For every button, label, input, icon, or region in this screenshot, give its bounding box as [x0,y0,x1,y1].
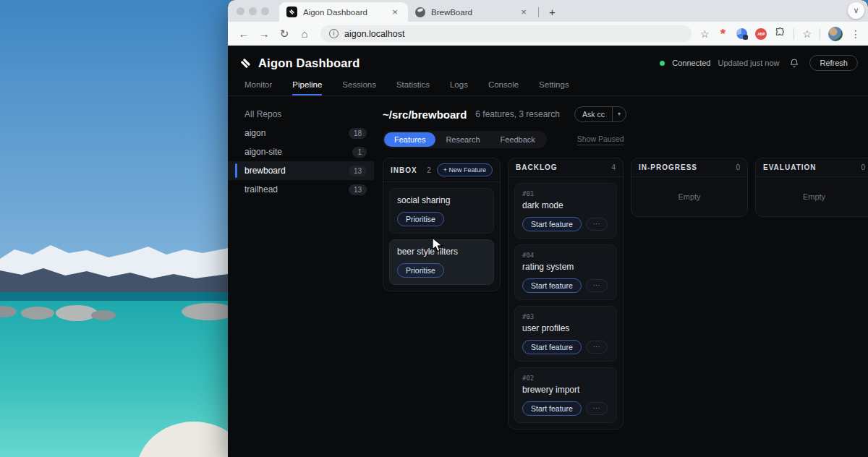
show-paused-toggle[interactable]: Show Paused [577,134,624,145]
card-social-sharing[interactable]: social sharing Prioritise [389,188,494,234]
nav-settings[interactable]: Settings [539,80,569,95]
tab-separator [538,7,539,17]
repo-header: ~/src/brewboard 6 features, 3 research A… [383,106,868,123]
address-bar[interactable]: i aigon.localhost [320,25,692,42]
reload-icon[interactable]: ↻ [276,27,293,40]
start-feature-button[interactable]: Start feature [522,278,582,293]
refresh-button[interactable]: Refresh [809,55,858,71]
tab-brewboard[interactable]: BrewBoard × [408,2,537,22]
tab-close-icon[interactable]: × [518,7,529,18]
sidebar-item-aigon[interactable]: aigon 18 [228,124,374,142]
column-header: EVALUATION 0 [756,158,868,177]
card-dark-mode[interactable]: #01 dark mode Start feature ··· [514,183,617,239]
column-evaluation: EVALUATION 0 Empty [755,158,868,217]
card-title: rating system [522,262,609,272]
sidebar-item-all-repos[interactable]: All Repos [228,105,374,124]
repo-count-badge: 13 [349,166,367,176]
toolbar-separator [820,28,820,40]
nav-statistics[interactable]: Statistics [396,80,430,95]
mouse-cursor [431,237,443,254]
kanban-board: INBOX 2 + New Feature social sharing Pri… [383,158,868,430]
card-brewery-import[interactable]: #02 brewery import Start feature ··· [514,367,617,423]
url-text: aigon.localhost [344,29,404,39]
empty-placeholder: Empty [756,177,868,216]
nav-sessions[interactable]: Sessions [342,80,376,95]
card-title: dark mode [522,200,609,210]
minimize-window-button[interactable] [249,7,257,15]
tab-feedback[interactable]: Feedback [490,132,545,147]
tab-title: Aigon Dashboard [303,8,383,17]
browser-menu-icon[interactable]: ⋮ [851,28,861,40]
nav-console[interactable]: Console [488,80,519,95]
ask-cc-caret-icon[interactable]: ▾ [612,107,626,121]
back-icon[interactable]: ← [235,27,252,40]
adblock-extension-icon[interactable]: ABP [755,28,767,40]
column-title: IN-PROGRESS [639,163,697,171]
sparkle-star-icon[interactable]: ☆ [802,28,812,40]
tab-close-icon[interactable]: × [389,7,401,18]
card-more-icon[interactable]: ··· [586,218,608,231]
card-rating-system[interactable]: #04 rating system Start feature ··· [514,244,617,300]
app-content: Aigon Dashboard Connected Updated just n… [228,46,868,457]
bookmark-star-icon[interactable]: ☆ [700,28,710,40]
desktop: Aigon Dashboard × BrewBoard × + ∨ ← → ↻ … [0,0,868,457]
column-count: 0 [736,163,740,171]
aigon-favicon [286,7,297,17]
tab-aigon-dashboard[interactable]: Aigon Dashboard × [279,2,408,22]
card-title: brewery import [522,385,609,395]
column-title: EVALUATION [763,163,817,171]
sidebar-item-trailhead[interactable]: trailhead 13 [228,180,374,199]
new-tab-button[interactable]: + [543,6,561,18]
site-info-icon[interactable]: i [329,29,339,38]
repo-path: ~/src/brewboard [383,108,467,121]
extension-burst-icon[interactable]: * [717,30,728,38]
extensions-puzzle-icon[interactable] [775,27,786,40]
browser-toolbar: ← → ↻ ⌂ i aigon.localhost ☆ * ABP ☆ [228,22,868,46]
bell-icon[interactable] [789,58,799,69]
card-title: social sharing [397,195,486,205]
card-more-icon[interactable]: ··· [586,279,608,292]
sidebar-item-aigon-site[interactable]: aigon-site 1 [228,142,374,161]
tab-features[interactable]: Features [384,132,435,147]
column-title: BACKLOG [516,163,558,171]
start-feature-button[interactable]: Start feature [522,217,582,231]
start-feature-button[interactable]: Start feature [522,340,582,354]
home-icon[interactable]: ⌂ [296,27,313,40]
profile-avatar[interactable] [828,27,843,41]
card-user-profiles[interactable]: #03 user profiles Start feature ··· [514,306,617,362]
nav-pipeline[interactable]: Pipeline [292,80,322,95]
card-title: user profiles [522,323,609,333]
app-header: Aigon Dashboard Connected Updated just n… [228,46,868,80]
aigon-logo-icon [239,57,252,69]
start-feature-button[interactable]: Start feature [522,401,582,416]
main-nav: Monitor Pipeline Sessions Statistics Log… [228,80,868,96]
updated-label: Updated just now [718,59,779,67]
card-id: #03 [522,313,609,320]
sidebar-item-brewboard[interactable]: brewboard 13 [228,161,374,180]
tab-research[interactable]: Research [435,132,490,147]
close-window-button[interactable] [237,7,244,15]
prioritise-button[interactable]: Prioritise [397,263,444,278]
new-feature-button[interactable]: + New Feature [437,163,493,176]
card-more-icon[interactable]: ··· [586,402,608,415]
card-id: #04 [522,252,609,259]
nav-monitor[interactable]: Monitor [244,80,272,95]
tab-strip: Aigon Dashboard × BrewBoard × + ∨ [228,0,868,22]
extension-privacy-icon[interactable] [736,28,747,39]
card-id: #02 [522,375,609,382]
toolbar-separator [793,28,794,40]
window-chevron-button[interactable]: ∨ [848,2,864,19]
ask-cc-button[interactable]: Ask cc [575,107,612,121]
zoom-window-button[interactable] [261,7,269,15]
column-inbox: INBOX 2 + New Feature social sharing Pri… [383,158,501,291]
empty-placeholder: Empty [631,177,747,216]
card-more-icon[interactable]: ··· [586,341,608,354]
column-header: BACKLOG 4 [509,158,623,177]
card-id: #01 [522,190,609,197]
repo-sidebar: All Repos aigon 18 aigon-site 1 brewboar… [228,96,374,456]
nav-logs[interactable]: Logs [450,80,468,95]
sidebar-item-label: trailhead [244,184,278,195]
prioritise-button[interactable]: Prioritise [397,212,444,226]
forward-icon[interactable]: → [255,27,273,40]
repo-count-badge: 13 [349,184,367,195]
